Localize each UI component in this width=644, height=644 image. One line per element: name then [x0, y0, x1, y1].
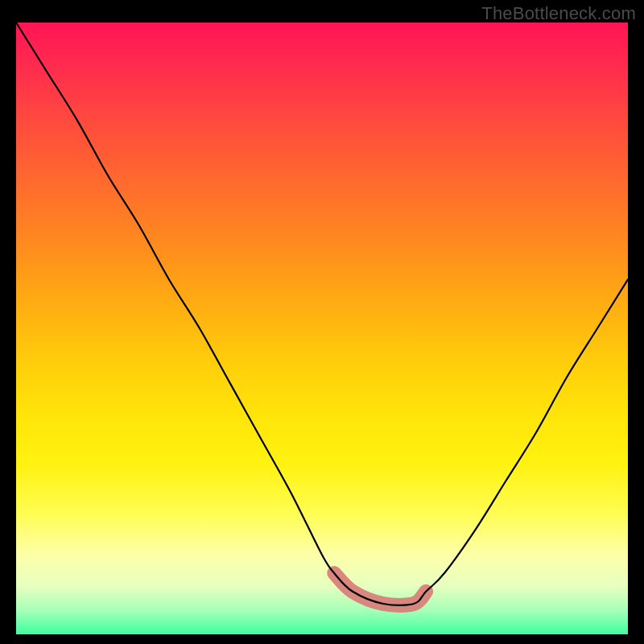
plot-area — [16, 23, 628, 634]
chart-svg — [16, 23, 628, 634]
curve-line — [16, 23, 628, 605]
watermark-text: TheBottleneck.com — [481, 3, 636, 24]
